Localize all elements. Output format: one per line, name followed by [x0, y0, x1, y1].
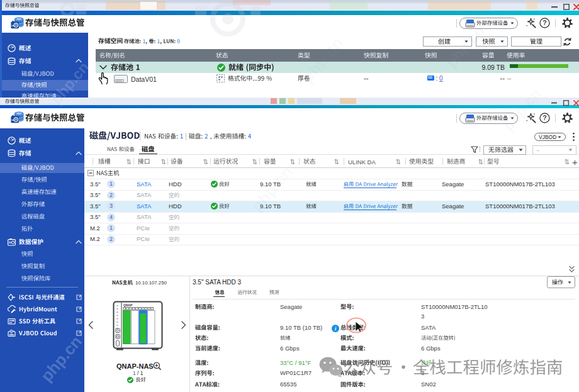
svg-text:io: io: [11, 118, 14, 121]
svg-text:11: 11: [10, 332, 13, 335]
svg-text:?: ?: [542, 19, 546, 26]
svg-text:?: ?: [542, 114, 546, 121]
svg-text:SSD: SSD: [9, 320, 13, 322]
svg-text:io: io: [9, 241, 11, 244]
svg-text:io: io: [11, 24, 14, 27]
svg-text:QNAP: QNAP: [123, 303, 133, 307]
